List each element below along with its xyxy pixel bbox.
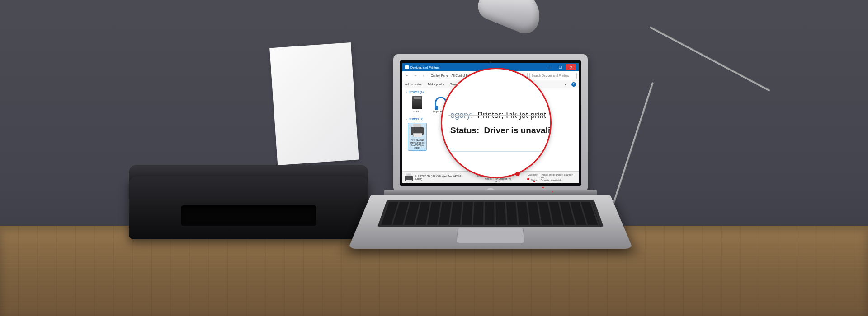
chevron-down-icon: ⌄ bbox=[405, 117, 407, 121]
details-key: Model: bbox=[477, 177, 492, 183]
details-key: Status: bbox=[528, 179, 538, 181]
chevron-down-icon: ⌄ bbox=[405, 90, 407, 93]
printer-icon bbox=[411, 127, 424, 135]
details-value: Driver is unavailable bbox=[541, 179, 576, 181]
magnifier-status-label: Status: bbox=[450, 125, 479, 135]
up-button[interactable]: ↑ bbox=[420, 73, 427, 79]
keyboard bbox=[377, 200, 604, 227]
physical-printer bbox=[129, 140, 368, 239]
control-panel-icon bbox=[405, 65, 409, 69]
computer-tower-icon bbox=[412, 96, 422, 109]
maximize-button[interactable]: ☐ bbox=[555, 64, 565, 70]
group-label: Devices (4) bbox=[409, 90, 424, 93]
forward-button[interactable]: → bbox=[412, 73, 419, 79]
add-printer-button[interactable]: Add a printer bbox=[428, 83, 444, 86]
group-label: Printers (1) bbox=[409, 117, 423, 121]
laptop-base bbox=[348, 195, 633, 249]
paper-sheet bbox=[269, 42, 359, 165]
window-title: Devices and Printers bbox=[410, 66, 440, 69]
minimize-button[interactable]: — bbox=[544, 64, 554, 70]
back-button[interactable]: ← bbox=[404, 73, 410, 79]
device-item[interactable]: LODGE bbox=[408, 96, 427, 113]
add-device-button[interactable]: Add a device bbox=[405, 83, 422, 86]
magnifier-callout: egory: Printer; Ink-jet print Status: Dr… bbox=[441, 68, 552, 178]
printer-item-selected[interactable]: HPF7EC5D (HP Officejet Pro X476dn MFP) bbox=[408, 123, 427, 151]
details-device-name: HPF7EC5D (HP Officejet Pro X476dn MFP) bbox=[415, 174, 468, 181]
magnifier-status-value: Driver is unavaliable bbox=[484, 125, 552, 135]
details-key: Category: bbox=[528, 173, 538, 179]
chevron-right-icon: › bbox=[449, 74, 450, 77]
printer-icon bbox=[405, 176, 413, 181]
details-value: Printer; Ink-jet printer; Scanner; Fax bbox=[541, 173, 576, 179]
breadcrumb-item[interactable]: Control Panel bbox=[431, 74, 448, 77]
device-label: HPF7EC5D (HP Officejet Pro X476dn MFP) bbox=[409, 139, 425, 149]
device-label: LODGE bbox=[408, 110, 427, 113]
help-button[interactable]: ? bbox=[571, 82, 576, 87]
search-input[interactable]: Search Devices and Printers bbox=[529, 73, 577, 79]
scene-photo: Devices and Printers — ☐ ✕ ← → ↑ bbox=[0, 0, 868, 316]
view-options-button[interactable]: ▾ bbox=[562, 81, 569, 88]
close-button[interactable]: ✕ bbox=[566, 64, 576, 70]
trackpad bbox=[456, 228, 525, 243]
